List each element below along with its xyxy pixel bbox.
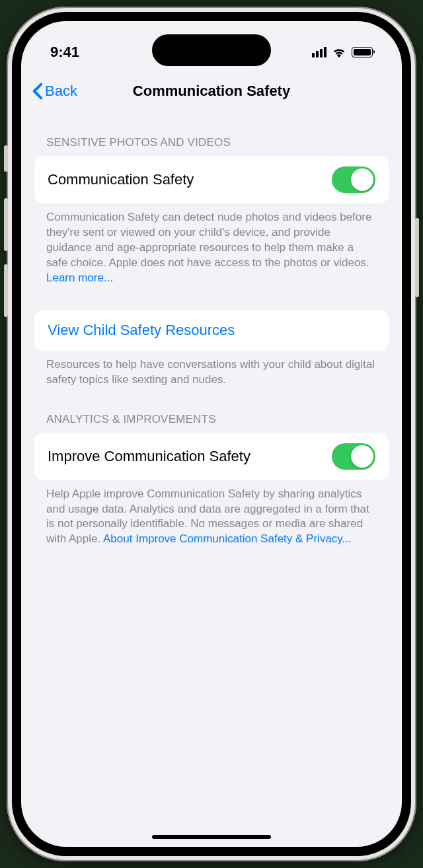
chevron-left-icon — [32, 83, 44, 100]
footer-text: Communication Safety can detect nude pho… — [46, 211, 371, 269]
section-footer-sensitive: Communication Safety can detect nude pho… — [34, 203, 389, 286]
screen: 9:41 — [21, 21, 402, 847]
content: SENSITIVE PHOTOS AND VIDEOS Communicatio… — [21, 111, 402, 547]
learn-more-link[interactable]: Learn more... — [46, 271, 113, 284]
footer-text: Resources to help have conversations wit… — [46, 358, 375, 386]
view-child-safety-resources-link[interactable]: View Child Safety Resources — [34, 310, 389, 351]
back-label: Back — [45, 83, 77, 100]
status-time: 9:41 — [50, 44, 79, 61]
list-group-resources: View Child Safety Resources — [34, 310, 389, 351]
list-group-improve: Improve Communication Safety — [34, 433, 389, 480]
communication-safety-label: Communication Safety — [48, 171, 194, 188]
row-improve-communication-safety: Improve Communication Safety — [34, 433, 389, 480]
phone-bezel: 9:41 — [12, 12, 411, 856]
volume-down-button — [4, 264, 8, 317]
mute-switch — [4, 145, 8, 172]
section-footer-analytics: Help Apple improve Communication Safety … — [34, 480, 389, 548]
section-header-analytics: ANALYTICS & IMPROVEMENTS — [34, 388, 389, 433]
power-button — [415, 218, 419, 297]
cellular-signal-icon — [312, 47, 327, 57]
toggle-knob — [351, 168, 373, 191]
toggle-knob — [351, 445, 373, 468]
about-privacy-link[interactable]: About Improve Communication Safety & Pri… — [103, 532, 352, 545]
volume-up-button — [4, 198, 8, 251]
list-group-communication-safety: Communication Safety — [34, 156, 389, 203]
status-icons — [312, 46, 373, 58]
phone-frame: 9:41 — [7, 7, 416, 861]
section-header-sensitive: SENSITIVE PHOTOS AND VIDEOS — [34, 111, 389, 156]
back-button[interactable]: Back — [32, 83, 77, 100]
wifi-icon — [332, 46, 346, 58]
page-title: Communication Safety — [133, 83, 290, 100]
nav-bar: Back Communication Safety — [21, 71, 402, 111]
section-footer-resources: Resources to help have conversations wit… — [34, 351, 389, 388]
battery-icon — [352, 47, 373, 57]
dynamic-island — [152, 34, 271, 66]
row-communication-safety: Communication Safety — [34, 156, 389, 203]
communication-safety-toggle[interactable] — [332, 166, 375, 193]
improve-communication-safety-toggle[interactable] — [332, 443, 375, 470]
improve-communication-safety-label: Improve Communication Safety — [48, 448, 250, 465]
home-indicator[interactable] — [152, 835, 271, 839]
